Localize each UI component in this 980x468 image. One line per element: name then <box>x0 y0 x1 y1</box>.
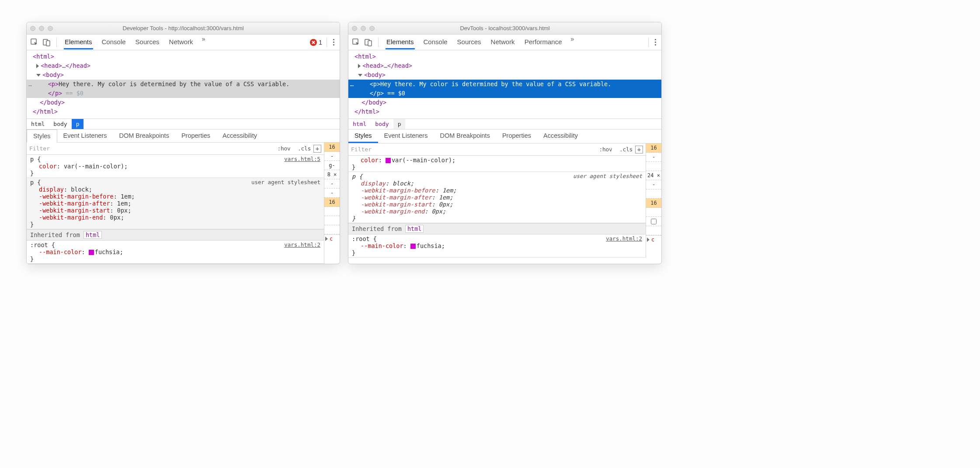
tab-network[interactable]: Network <box>168 35 194 49</box>
drawer-toggle[interactable]: c <box>646 235 661 243</box>
rule-author[interactable]: color: var(--main-color); } <box>348 156 646 172</box>
cls-toggle[interactable]: .cls <box>298 145 311 152</box>
crumb-p[interactable]: p <box>393 119 406 129</box>
styles-pane: Filter :hov .cls + p {vars.html:5 color:… <box>27 143 340 264</box>
device-icon[interactable] <box>42 38 51 47</box>
ellipsis-icon: … <box>27 80 34 98</box>
dom-p-selected[interactable]: … <p>Hey there. My color is determined b… <box>348 80 661 98</box>
chevron-right-icon <box>325 237 328 241</box>
toggle-checkbox[interactable] <box>651 219 657 224</box>
tab-elements[interactable]: Elements <box>386 35 415 49</box>
subtab-properties[interactable]: Properties <box>496 129 537 143</box>
breadcrumb: html body p <box>348 119 661 129</box>
new-rule-button[interactable]: + <box>635 146 643 154</box>
subtab-dombp[interactable]: DOM Breakpoints <box>434 129 496 143</box>
tab-console[interactable]: Console <box>423 35 448 49</box>
subtab-dombp[interactable]: DOM Breakpoints <box>113 129 175 142</box>
color-swatch[interactable] <box>386 158 391 163</box>
dom-head[interactable]: <head>…</head> <box>348 61 661 70</box>
rule-root[interactable]: :root {vars.html:2 --main-color: fuchsia… <box>27 241 324 264</box>
color-swatch[interactable] <box>410 244 416 249</box>
tab-console[interactable]: Console <box>101 35 127 49</box>
dom-body-close[interactable]: </body> <box>27 98 340 107</box>
error-badge[interactable]: 1 <box>310 39 322 46</box>
filter-input[interactable]: Filter <box>351 146 599 153</box>
filter-bar: Filter :hov .cls + <box>27 143 324 155</box>
separator <box>378 38 379 47</box>
dom-html-open[interactable]: <html> <box>27 52 340 61</box>
separator <box>327 38 327 47</box>
dom-tree[interactable]: <html> <head>…</head> <body> … <p>Hey th… <box>27 50 340 119</box>
crumb-html[interactable]: html <box>348 119 371 129</box>
devtools-window-right: DevTools - localhost:3000/vars.html Elem… <box>348 22 662 264</box>
filter-input[interactable]: Filter <box>29 145 278 152</box>
window-title: Developer Tools - http://localhost:3000/… <box>27 25 340 31</box>
subtab-properties[interactable]: Properties <box>175 129 216 142</box>
window-title: DevTools - localhost:3000/vars.html <box>348 25 661 31</box>
subtab-styles[interactable]: Styles <box>348 129 378 143</box>
tabs-overflow-icon[interactable]: » <box>571 35 574 49</box>
dom-body-open[interactable]: <body> <box>27 70 340 80</box>
p-text: Hey there. My color is determined by the… <box>59 80 289 87</box>
subtab-a11y[interactable]: Accessibility <box>216 129 263 142</box>
subtab-listeners[interactable]: Event Listeners <box>57 129 113 142</box>
cls-toggle[interactable]: .cls <box>619 146 632 153</box>
titlebar: DevTools - localhost:3000/vars.html <box>348 22 661 35</box>
separator <box>648 38 649 47</box>
eq0: == $0 <box>384 90 405 97</box>
inherited-bar: Inherited from html <box>27 229 324 241</box>
breadcrumb: html body p <box>27 119 340 129</box>
subtab-a11y[interactable]: Accessibility <box>537 129 584 143</box>
rule-source[interactable]: vars.html:2 <box>284 241 320 248</box>
crumb-body[interactable]: body <box>49 119 71 129</box>
tab-elements[interactable]: Elements <box>64 35 93 49</box>
filter-bar: Filter :hov .cls + <box>348 143 646 156</box>
menu-icon[interactable] <box>331 37 336 47</box>
tab-sources[interactable]: Sources <box>456 35 482 49</box>
svg-rect-5 <box>368 41 372 46</box>
menu-icon[interactable] <box>653 37 658 47</box>
dom-body-open[interactable]: <body> <box>348 70 661 80</box>
dom-p-selected[interactable]: … <p>Hey there. My color is determined b… <box>27 80 340 98</box>
computed-gutter: 16 - g- 8 × - - 16 c <box>324 143 340 264</box>
dom-html-close[interactable]: </html> <box>348 107 661 116</box>
dom-html-open[interactable]: <html> <box>348 52 661 61</box>
ua-label: user agent stylesheet <box>573 173 642 180</box>
hov-toggle[interactable]: :hov <box>278 145 291 152</box>
ellipsis-icon: … <box>348 80 355 98</box>
crumb-body[interactable]: body <box>371 119 393 129</box>
main-tabs: Elements Console Sources Network » <box>64 35 205 49</box>
device-icon[interactable] <box>364 38 373 47</box>
styles-tabs: Styles Event Listeners DOM Breakpoints P… <box>27 129 340 143</box>
dom-html-close[interactable]: </html> <box>27 107 340 116</box>
dom-head[interactable]: <head>…</head> <box>27 61 340 70</box>
tabs-overflow-icon[interactable]: » <box>202 35 205 49</box>
new-rule-button[interactable]: + <box>313 145 321 153</box>
color-swatch[interactable] <box>89 250 94 255</box>
crumb-html[interactable]: html <box>27 119 49 129</box>
eq0: == $0 <box>62 90 83 97</box>
dom-tree[interactable]: <html> <head>…</head> <body> … <p>Hey th… <box>348 50 661 119</box>
inspect-icon[interactable] <box>30 38 39 47</box>
subtab-styles[interactable]: Styles <box>27 129 57 143</box>
rule-source[interactable]: vars.html:2 <box>606 235 642 242</box>
hov-toggle[interactable]: :hov <box>599 146 612 153</box>
ua-label: user agent stylesheet <box>251 179 320 186</box>
rule-root[interactable]: :root {vars.html:2 --main-color: fuchsia… <box>348 234 646 258</box>
rule-source[interactable]: vars.html:5 <box>284 156 320 163</box>
drawer-toggle[interactable]: c <box>324 234 340 242</box>
rule-ua: p {user agent stylesheet display: block;… <box>27 178 324 229</box>
rule-author[interactable]: p {vars.html:5 color: var(--main-color);… <box>27 155 324 178</box>
dom-body-close[interactable]: </body> <box>348 98 661 107</box>
tab-performance[interactable]: Performance <box>524 35 563 49</box>
crumb-p[interactable]: p <box>72 119 84 129</box>
subtab-listeners[interactable]: Event Listeners <box>378 129 434 143</box>
svg-rect-2 <box>46 41 50 46</box>
error-icon <box>310 39 317 46</box>
tab-network[interactable]: Network <box>490 35 516 49</box>
inspect-icon[interactable] <box>352 38 361 47</box>
inherited-bar: Inherited from html <box>348 223 646 234</box>
error-count: 1 <box>319 39 322 46</box>
styles-pane: Filter :hov .cls + color: var(--main-col… <box>348 143 661 258</box>
tab-sources[interactable]: Sources <box>135 35 160 49</box>
